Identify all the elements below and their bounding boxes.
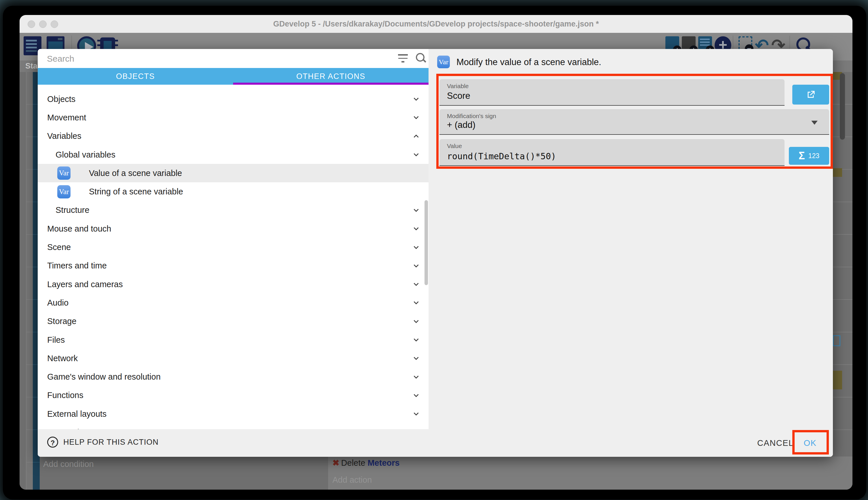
- selector-tabs: OBJECTS OTHER ACTIONS: [38, 68, 429, 85]
- expression-123-label: 123: [808, 152, 819, 160]
- list-item-label: Movement: [47, 113, 86, 122]
- variable-field[interactable]: Variable Score: [439, 79, 785, 106]
- selected-event-highlight: [833, 168, 842, 177]
- list-item-label: Value of a scene variable: [89, 169, 182, 178]
- list-item-label: Mouse and touch: [47, 224, 111, 234]
- help-label: HELP FOR THIS ACTION: [63, 438, 159, 447]
- list-item-network[interactable]: Network: [38, 349, 429, 367]
- delete-action-row: ✖Delete Meteors: [332, 458, 399, 468]
- list-item-audio[interactable]: Audio: [38, 294, 429, 312]
- window-title: GDevelop 5 - /Users/dkarakay/Documents/G…: [20, 15, 853, 33]
- list-item-label: Objects: [47, 94, 75, 104]
- variable-field-label: Variable: [447, 83, 469, 90]
- chevron-down-icon: [412, 262, 421, 270]
- gdevelop-window: GDevelop 5 - /Users/dkarakay/Documents/G…: [20, 15, 853, 490]
- sigma-icon: Σ: [799, 150, 805, 162]
- search-icon: [415, 53, 427, 64]
- list-item-storage[interactable]: Storage: [38, 312, 429, 331]
- instruction-selector-panel: OBJECTS OTHER ACTIONS ObjectsMovementVar…: [38, 49, 429, 429]
- selected-action-outline: [833, 335, 840, 346]
- chevron-down-icon: [412, 336, 421, 344]
- list-item-label: Global variables: [56, 150, 115, 160]
- tab-other-actions[interactable]: OTHER ACTIONS: [233, 68, 429, 85]
- dialog-footer: ? HELP FOR THIS ACTION CANCEL OK: [38, 429, 833, 457]
- delete-x-icon: ✖: [332, 458, 339, 467]
- list-item-label: String of a scene variable: [89, 187, 183, 196]
- events-column-line: [26, 72, 26, 490]
- list-item-label: Files: [47, 335, 65, 345]
- chevron-down-icon: [412, 298, 421, 307]
- list-item-label: Storage: [47, 317, 77, 326]
- list-item-objects[interactable]: Objects: [38, 90, 429, 108]
- filter-icon[interactable]: [398, 54, 408, 64]
- events-actions-column: [328, 456, 853, 490]
- list-scrollbar[interactable]: [424, 200, 428, 285]
- tab-objects[interactable]: OBJECTS: [38, 68, 233, 85]
- list-item-global-variables[interactable]: Global variables: [38, 146, 429, 164]
- chevron-down-icon: [412, 224, 421, 233]
- list-item-scene[interactable]: Scene: [38, 238, 429, 256]
- list-item-variables[interactable]: Variables: [38, 127, 429, 146]
- modification-sign-select[interactable]: Modification's sign + (add): [439, 109, 829, 135]
- selected-event-highlight: [833, 371, 842, 389]
- list-item-label: Timers and time: [47, 261, 107, 271]
- list-item-string-of-a-scene-variable[interactable]: VarString of a scene variable: [38, 182, 429, 201]
- delete-action-text: Delete: [341, 458, 365, 467]
- chevron-down-icon: [412, 317, 421, 326]
- chevron-down-icon: [412, 373, 421, 381]
- chevron-down-icon: [412, 280, 421, 288]
- var-icon: Var: [57, 185, 71, 198]
- list-item-value-of-a-scene-variable[interactable]: VarValue of a scene variable: [38, 164, 429, 182]
- chevron-down-icon: [412, 243, 421, 252]
- sign-field-value: + (add): [447, 120, 476, 130]
- list-item-label: Audio: [47, 298, 69, 308]
- variable-field-value: Score: [447, 91, 470, 101]
- var-icon: Var: [57, 167, 71, 180]
- list-item-game-s-window-and-resolution[interactable]: Game's window and resolution: [38, 367, 429, 386]
- chevron-down-icon: [412, 95, 421, 103]
- list-item-label: Scene: [47, 242, 71, 252]
- instruction-config-panel: [429, 49, 833, 429]
- list-item-timers-and-time[interactable]: Timers and time: [38, 257, 429, 275]
- action-category-list: ObjectsMovementVariablesGlobal variables…: [38, 85, 429, 429]
- ok-button[interactable]: OK: [800, 429, 821, 457]
- sign-field-label: Modification's sign: [447, 113, 496, 120]
- help-button[interactable]: ? HELP FOR THIS ACTION: [47, 436, 159, 447]
- chevron-down-icon: [412, 354, 421, 363]
- list-item-mouse-and-touch[interactable]: Mouse and touch: [38, 219, 429, 238]
- chevron-down-icon: [412, 410, 421, 418]
- add-action-link: Add action: [332, 475, 372, 485]
- value-field[interactable]: Value round(TimeDelta()*50): [439, 139, 785, 166]
- add-condition-link: Add condition: [43, 459, 94, 469]
- expression-builder-button[interactable]: Σ 123: [789, 147, 829, 165]
- list-item-label: Functions: [47, 390, 83, 400]
- list-item-label: Structure: [56, 205, 90, 215]
- list-item-movement[interactable]: Movement: [38, 108, 429, 127]
- scene-tab-start: Sta: [25, 61, 37, 70]
- list-item-files[interactable]: Files: [38, 331, 429, 349]
- tab-selected-underline: [233, 83, 429, 85]
- list-item-inventories[interactable]: Inventories: [38, 423, 429, 429]
- list-item-label: Variables: [47, 131, 81, 141]
- chevron-down-icon: [412, 391, 421, 400]
- title-bar: GDevelop 5 - /Users/dkarakay/Documents/G…: [20, 15, 853, 33]
- chevron-down-icon: [811, 121, 818, 125]
- events-scrollbar[interactable]: [840, 73, 845, 140]
- list-item-external-layouts[interactable]: External layouts: [38, 405, 429, 423]
- search-input[interactable]: [46, 52, 387, 66]
- list-item-label: Layers and cameras: [47, 280, 123, 289]
- cancel-button[interactable]: CANCEL: [757, 429, 792, 457]
- list-item-layers-and-cameras[interactable]: Layers and cameras: [38, 275, 429, 294]
- help-icon: ?: [47, 436, 58, 447]
- chevron-down-icon: [412, 113, 421, 122]
- search-bar: [38, 49, 429, 68]
- instruction-editor-dialog: OBJECTS OTHER ACTIONS ObjectsMovementVar…: [38, 49, 833, 457]
- list-item-structure[interactable]: Structure: [38, 201, 429, 219]
- value-field-label: Value: [447, 143, 462, 149]
- list-item-functions[interactable]: Functions: [38, 386, 429, 405]
- list-item-label: External layouts: [47, 409, 106, 419]
- list-item-label: Game's window and resolution: [47, 372, 161, 382]
- list-item-label: Network: [47, 354, 78, 363]
- open-variables-button[interactable]: [792, 85, 829, 104]
- variable-icon: Var: [437, 56, 450, 68]
